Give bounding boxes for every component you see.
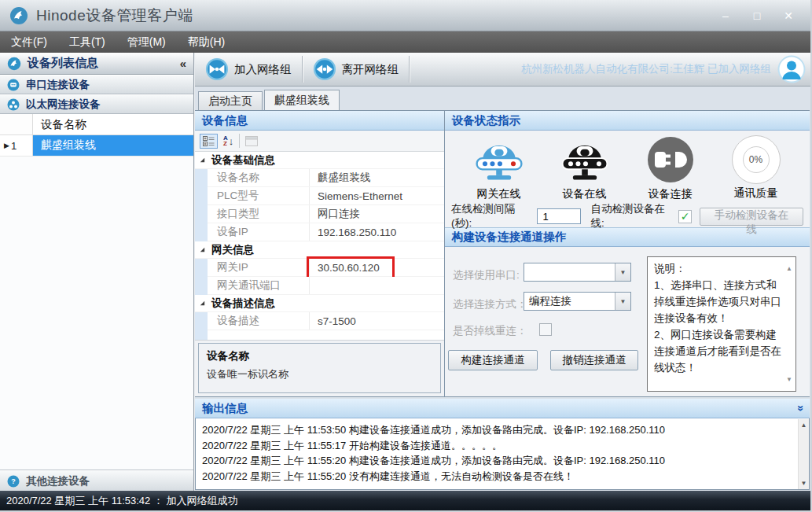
note-line: 说明： — [654, 260, 783, 277]
property-grid-toolbar: A Z ↓ — [195, 131, 444, 152]
property-grid: 设备基础信息 设备名称 麒盛组装线 PLC型号 Siemens-Ethernet… — [195, 152, 444, 341]
row-index-cell: ▶ 1 — [0, 135, 33, 156]
interval-input[interactable] — [537, 208, 581, 224]
menu-file[interactable]: 文件(F) — [0, 31, 58, 53]
title-bar: Hinode设备管理客户端 – □ ✕ — [0, 0, 810, 31]
minimize-button[interactable]: – — [716, 7, 735, 24]
user-network-status: 杭州新松机器人自动化有限公司:王佳辉 已加入网络组 — [521, 62, 771, 76]
scroll-up-icon[interactable]: ▲ — [801, 422, 807, 429]
expand-triangle-icon — [199, 300, 206, 307]
property-row: 设备IP 192.168.250.110 — [208, 223, 444, 241]
category-row[interactable]: 设备描述信息 — [195, 295, 444, 312]
property-description-box: 设备名称 设备唯一标识名称 — [198, 343, 441, 393]
sidebar-item-other-devices[interactable]: ? 其他连接设备 — [0, 470, 193, 491]
chevron-down-icon[interactable]: ▼ — [615, 263, 630, 281]
gateway-ip-highlight — [307, 256, 395, 279]
property-value[interactable]: 网口连接 — [310, 207, 444, 221]
interval-label: 在线检测间隔(秒): — [451, 202, 532, 230]
device-list-icon — [7, 57, 21, 71]
reconnect-checkbox[interactable] — [539, 323, 552, 336]
channel-ops-body: 选择使用串口: ▼ 选择连接方式： 编程连接 ▼ 是否掉线重连： 构建连接通道 … — [445, 247, 810, 397]
leave-network-button[interactable]: 离开网络组 — [303, 53, 410, 86]
status-message: 2020/7/22 星期三 上午 11:53:42 ： 加入网络组成功 — [6, 494, 238, 508]
chevron-down-icon[interactable]: ▼ — [615, 293, 630, 310]
output-scrollbar[interactable]: ▲ ▼ — [798, 419, 809, 489]
sidebar-empty-area — [0, 156, 193, 470]
device-name-cell[interactable]: 麒盛组装线 — [33, 135, 193, 156]
menu-manage[interactable]: 管理(M) — [116, 31, 177, 53]
mode-select-dropdown[interactable]: 编程连接 ▼ — [524, 292, 631, 311]
log-line: 2020/7/22 星期三 上午 11:55:20 构建设备连接通道成功，添加设… — [202, 453, 792, 469]
comm-quality-indicator: 0% 通讯质量 — [713, 135, 799, 201]
property-value[interactable]: Siemens-Ethernet — [310, 190, 444, 202]
network-toolbar: 加入网络组 离开网络组 杭州新松机器人自动化有限公司:王佳辉 已加入网络组 — [195, 53, 810, 87]
comm-quality-value: 0% — [743, 146, 770, 173]
output-panel: 输出信息 « 2020/7/22 星期三 上午 11:53:50 构建设备连接通… — [195, 399, 810, 490]
categorized-icon[interactable] — [200, 134, 218, 149]
other-devices-icon: ? — [7, 475, 20, 488]
maximize-button[interactable]: □ — [748, 7, 766, 24]
build-channel-button[interactable]: 构建连接通道 — [448, 350, 538, 370]
close-button[interactable]: ✕ — [779, 7, 798, 24]
row-marker-icon: ▶ — [4, 142, 9, 149]
device-connect-icon — [645, 134, 696, 185]
property-value[interactable]: 192.168.250.110 — [310, 227, 444, 238]
join-network-label: 加入网络组 — [234, 62, 292, 77]
scroll-down-icon[interactable]: ▼ — [786, 371, 792, 388]
leave-network-icon — [313, 57, 336, 81]
log-line: 2020/7/22 星期三 上午 11:55:17 开始构建设备连接通道。。。。… — [202, 438, 792, 454]
device-name-column-header[interactable]: 设备名称 — [33, 114, 193, 134]
property-pages-icon[interactable] — [245, 136, 258, 146]
tab-device-page[interactable]: 麒盛组装线 — [264, 90, 340, 110]
serial-select-dropdown[interactable]: ▼ — [524, 263, 631, 282]
device-workspace: 设备信息 A Z — [195, 110, 810, 397]
device-status-header: 设备状态指示 — [445, 111, 810, 131]
svg-text:?: ? — [11, 477, 16, 485]
join-network-button[interactable]: 加入网络组 — [195, 53, 302, 86]
table-row[interactable]: ▶ 1 麒盛组装线 — [0, 135, 193, 156]
property-row: 设备名称 麒盛组装线 — [208, 169, 444, 187]
log-line: 2020/7/22 星期三 上午 11:55:20 没有构建连接通道，无法自动检… — [202, 469, 792, 484]
leave-network-label: 离开网络组 — [342, 62, 399, 77]
serial-port-icon — [7, 79, 20, 91]
sidebar-header: 设备列表信息 « — [0, 53, 193, 75]
auto-detect-checkbox[interactable]: ✓ — [678, 210, 691, 223]
note-line: 2、网口连接设备需要构建连接通道后才能看到是否在线状态！ — [654, 326, 783, 376]
device-table-header: 设备名称 — [0, 114, 193, 135]
menu-tools[interactable]: 工具(T) — [58, 31, 116, 53]
sidebar-item-label: 串口连接设备 — [26, 78, 90, 92]
sidebar-item-ethernet-devices[interactable]: 以太网连接设备 — [0, 94, 193, 114]
join-network-icon — [205, 57, 229, 81]
sidebar-title: 设备列表信息 — [28, 56, 98, 71]
window-title: Hinode设备管理客户端 — [36, 6, 193, 26]
avatar-icon[interactable] — [777, 55, 806, 83]
output-header: 输出信息 « — [195, 399, 810, 418]
sidebar-item-label: 以太网连接设备 — [26, 98, 101, 112]
device-connect-indicator: 设备连接 — [627, 134, 713, 201]
property-row: PLC型号 Siemens-Ethernet — [208, 187, 444, 205]
property-value[interactable]: 麒盛组装线 — [310, 171, 444, 185]
document-tabstrip: 启动主页 麒盛组装线 — [198, 90, 340, 110]
property-value[interactable]: s7-1500 — [310, 315, 444, 327]
property-row: 设备描述 s7-1500 — [208, 312, 444, 330]
scroll-up-icon[interactable]: ▲ — [786, 260, 792, 277]
scroll-down-icon[interactable]: ▼ — [801, 480, 807, 487]
category-row[interactable]: 设备基础信息 — [195, 152, 444, 169]
revoke-channel-button[interactable]: 撤销连接通道 — [550, 350, 638, 370]
sidebar-collapse-icon[interactable]: « — [180, 57, 186, 70]
tab-start-home[interactable]: 启动主页 — [198, 91, 263, 110]
menu-help[interactable]: 帮助(H) — [177, 31, 236, 53]
row-index: 1 — [11, 140, 17, 152]
reconnect-label: 是否掉线重连： — [453, 324, 527, 338]
chevron-down-icon[interactable]: « — [793, 405, 806, 411]
sort-alphabetical-icon[interactable]: A Z ↓ — [223, 135, 233, 147]
property-row: 网关通讯端口 — [208, 277, 444, 295]
note-scrollbar[interactable]: ▲ ▼ — [784, 260, 794, 388]
ethernet-icon — [7, 98, 20, 111]
log-line: 2020/7/22 星期三 上午 11:53:50 构建设备连接通道成功，添加设… — [202, 422, 792, 438]
expand-triangle-icon — [199, 246, 206, 253]
device-online-icon — [557, 134, 613, 185]
manual-detect-button[interactable]: 手动检测设备在线 — [700, 208, 803, 226]
sidebar-item-serial-devices[interactable]: 串口连接设备 — [0, 75, 193, 94]
device-list-sidebar: 设备列表信息 « 串口连接设备 以太网连接设备 设备名称 ▶ 1 — [0, 53, 194, 491]
